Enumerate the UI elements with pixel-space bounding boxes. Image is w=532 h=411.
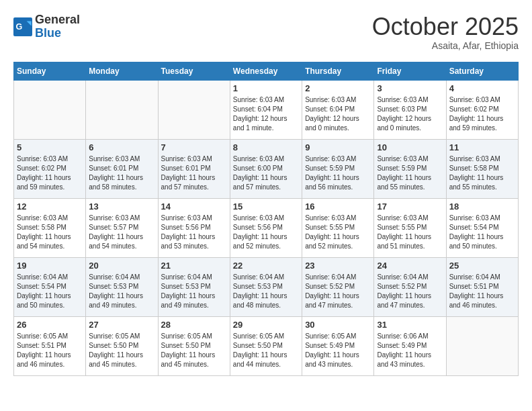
calendar-day-cell: 26Sunrise: 6:05 AMSunset: 5:51 PMDayligh… xyxy=(14,316,86,375)
day-info: Sunrise: 6:03 AMSunset: 5:56 PMDaylight:… xyxy=(233,214,299,251)
calendar-day-cell xyxy=(158,80,230,139)
calendar-day-cell: 5Sunrise: 6:03 AMSunset: 6:02 PMDaylight… xyxy=(14,139,86,198)
day-info: Sunrise: 6:03 AMSunset: 6:02 PMDaylight:… xyxy=(449,95,515,133)
day-number: 9 xyxy=(305,142,371,152)
day-number: 26 xyxy=(17,320,83,330)
day-number: 22 xyxy=(233,261,299,271)
calendar-day-cell xyxy=(446,316,518,375)
day-number: 24 xyxy=(377,261,443,271)
calendar-day-cell: 31Sunrise: 6:06 AMSunset: 5:49 PMDayligh… xyxy=(374,316,446,375)
calendar-day-cell: 3Sunrise: 6:03 AMSunset: 6:03 PMDaylight… xyxy=(374,80,446,139)
day-number: 31 xyxy=(377,320,443,330)
day-number: 6 xyxy=(89,142,154,152)
day-info: Sunrise: 6:04 AMSunset: 5:51 PMDaylight:… xyxy=(449,273,515,310)
day-info: Sunrise: 6:03 AMSunset: 5:55 PMDaylight:… xyxy=(377,214,443,251)
day-info: Sunrise: 6:05 AMSunset: 5:50 PMDaylight:… xyxy=(233,332,299,369)
logo: G General Blue xyxy=(13,13,80,40)
calendar-week-row: 26Sunrise: 6:05 AMSunset: 5:51 PMDayligh… xyxy=(14,316,519,375)
day-info: Sunrise: 6:05 AMSunset: 5:51 PMDaylight:… xyxy=(17,332,83,369)
day-info: Sunrise: 6:03 AMSunset: 5:56 PMDaylight:… xyxy=(161,214,227,251)
weekday-header-saturday: Saturday xyxy=(446,62,518,80)
calendar-day-cell: 18Sunrise: 6:03 AMSunset: 5:54 PMDayligh… xyxy=(446,198,518,257)
day-info: Sunrise: 6:04 AMSunset: 5:54 PMDaylight:… xyxy=(17,273,83,310)
calendar-day-cell: 25Sunrise: 6:04 AMSunset: 5:51 PMDayligh… xyxy=(446,257,518,316)
calendar-day-cell: 4Sunrise: 6:03 AMSunset: 6:02 PMDaylight… xyxy=(446,80,518,139)
day-number: 23 xyxy=(305,261,371,271)
day-info: Sunrise: 6:03 AMSunset: 5:58 PMDaylight:… xyxy=(17,214,83,251)
logo-blue: Blue xyxy=(35,26,61,40)
calendar-day-cell: 16Sunrise: 6:03 AMSunset: 5:55 PMDayligh… xyxy=(302,198,374,257)
calendar-day-cell: 28Sunrise: 6:05 AMSunset: 5:50 PMDayligh… xyxy=(158,316,230,375)
logo-general: General xyxy=(35,13,80,26)
day-number: 15 xyxy=(233,201,299,212)
day-info: Sunrise: 6:03 AMSunset: 6:02 PMDaylight:… xyxy=(17,154,83,192)
day-number: 2 xyxy=(305,83,371,93)
calendar-week-row: 19Sunrise: 6:04 AMSunset: 5:54 PMDayligh… xyxy=(14,257,519,316)
calendar-day-cell: 27Sunrise: 6:05 AMSunset: 5:50 PMDayligh… xyxy=(86,316,158,375)
day-info: Sunrise: 6:04 AMSunset: 5:53 PMDaylight:… xyxy=(89,273,154,310)
day-number: 21 xyxy=(161,261,227,271)
day-number: 30 xyxy=(305,320,371,330)
weekday-header-sunday: Sunday xyxy=(14,62,86,80)
day-info: Sunrise: 6:04 AMSunset: 5:52 PMDaylight:… xyxy=(377,273,443,310)
calendar-day-cell: 11Sunrise: 6:03 AMSunset: 5:58 PMDayligh… xyxy=(446,139,518,198)
calendar-day-cell: 20Sunrise: 6:04 AMSunset: 5:53 PMDayligh… xyxy=(86,257,158,316)
day-number: 5 xyxy=(17,142,83,152)
calendar-day-cell: 23Sunrise: 6:04 AMSunset: 5:52 PMDayligh… xyxy=(302,257,374,316)
weekday-header-friday: Friday xyxy=(374,62,446,80)
calendar-day-cell: 10Sunrise: 6:03 AMSunset: 5:59 PMDayligh… xyxy=(374,139,446,198)
day-info: Sunrise: 6:03 AMSunset: 6:00 PMDaylight:… xyxy=(233,154,299,192)
calendar-day-cell: 8Sunrise: 6:03 AMSunset: 6:00 PMDaylight… xyxy=(230,139,302,198)
day-number: 19 xyxy=(17,261,83,271)
calendar-week-row: 1Sunrise: 6:03 AMSunset: 6:04 PMDaylight… xyxy=(14,80,519,139)
day-number: 29 xyxy=(233,320,299,330)
calendar-day-cell: 29Sunrise: 6:05 AMSunset: 5:50 PMDayligh… xyxy=(230,316,302,375)
calendar-day-cell: 13Sunrise: 6:03 AMSunset: 5:57 PMDayligh… xyxy=(86,198,158,257)
calendar-table: SundayMondayTuesdayWednesdayThursdayFrid… xyxy=(13,62,519,376)
day-number: 7 xyxy=(161,142,227,152)
calendar-day-cell: 19Sunrise: 6:04 AMSunset: 5:54 PMDayligh… xyxy=(14,257,86,316)
day-number: 12 xyxy=(17,201,83,212)
svg-text:G: G xyxy=(16,21,23,31)
calendar-day-cell: 12Sunrise: 6:03 AMSunset: 5:58 PMDayligh… xyxy=(14,198,86,257)
calendar-day-cell: 1Sunrise: 6:03 AMSunset: 6:04 PMDaylight… xyxy=(230,80,302,139)
weekday-header-row: SundayMondayTuesdayWednesdayThursdayFrid… xyxy=(14,62,519,80)
day-number: 8 xyxy=(233,142,299,152)
calendar-day-cell: 15Sunrise: 6:03 AMSunset: 5:56 PMDayligh… xyxy=(230,198,302,257)
location-subtitle: Asaita, Afar, Ethiopia xyxy=(372,40,519,51)
day-number: 11 xyxy=(449,142,515,152)
day-info: Sunrise: 6:03 AMSunset: 6:03 PMDaylight:… xyxy=(377,95,443,133)
calendar-week-row: 12Sunrise: 6:03 AMSunset: 5:58 PMDayligh… xyxy=(14,198,519,257)
calendar-day-cell: 24Sunrise: 6:04 AMSunset: 5:52 PMDayligh… xyxy=(374,257,446,316)
weekday-header-thursday: Thursday xyxy=(302,62,374,80)
weekday-header-monday: Monday xyxy=(86,62,158,80)
calendar-day-cell: 30Sunrise: 6:05 AMSunset: 5:49 PMDayligh… xyxy=(302,316,374,375)
day-number: 25 xyxy=(449,261,515,271)
day-info: Sunrise: 6:03 AMSunset: 5:58 PMDaylight:… xyxy=(449,154,515,192)
day-number: 27 xyxy=(89,320,154,330)
calendar-day-cell xyxy=(86,80,158,139)
month-year-title: October 2025 xyxy=(372,13,519,40)
day-info: Sunrise: 6:03 AMSunset: 6:01 PMDaylight:… xyxy=(89,154,154,192)
day-info: Sunrise: 6:03 AMSunset: 5:59 PMDaylight:… xyxy=(377,154,443,192)
day-info: Sunrise: 6:03 AMSunset: 6:04 PMDaylight:… xyxy=(305,95,371,133)
title-block: October 2025 Asaita, Afar, Ethiopia xyxy=(372,13,519,51)
day-info: Sunrise: 6:03 AMSunset: 5:55 PMDaylight:… xyxy=(305,214,371,251)
calendar-day-cell: 2Sunrise: 6:03 AMSunset: 6:04 PMDaylight… xyxy=(302,80,374,139)
calendar-day-cell: 22Sunrise: 6:04 AMSunset: 5:53 PMDayligh… xyxy=(230,257,302,316)
calendar-week-row: 5Sunrise: 6:03 AMSunset: 6:02 PMDaylight… xyxy=(14,139,519,198)
weekday-header-wednesday: Wednesday xyxy=(230,62,302,80)
calendar-day-cell: 17Sunrise: 6:03 AMSunset: 5:55 PMDayligh… xyxy=(374,198,446,257)
day-number: 13 xyxy=(89,201,154,212)
day-number: 16 xyxy=(305,201,371,212)
day-info: Sunrise: 6:03 AMSunset: 5:59 PMDaylight:… xyxy=(305,154,371,192)
calendar-day-cell: 7Sunrise: 6:03 AMSunset: 6:01 PMDaylight… xyxy=(158,139,230,198)
day-info: Sunrise: 6:03 AMSunset: 6:01 PMDaylight:… xyxy=(161,154,227,192)
day-info: Sunrise: 6:06 AMSunset: 5:49 PMDaylight:… xyxy=(377,332,443,369)
day-number: 20 xyxy=(89,261,154,271)
day-info: Sunrise: 6:05 AMSunset: 5:50 PMDaylight:… xyxy=(161,332,227,369)
day-info: Sunrise: 6:05 AMSunset: 5:49 PMDaylight:… xyxy=(305,332,371,369)
calendar-day-cell: 14Sunrise: 6:03 AMSunset: 5:56 PMDayligh… xyxy=(158,198,230,257)
day-number: 17 xyxy=(377,201,443,212)
day-info: Sunrise: 6:04 AMSunset: 5:53 PMDaylight:… xyxy=(161,273,227,310)
